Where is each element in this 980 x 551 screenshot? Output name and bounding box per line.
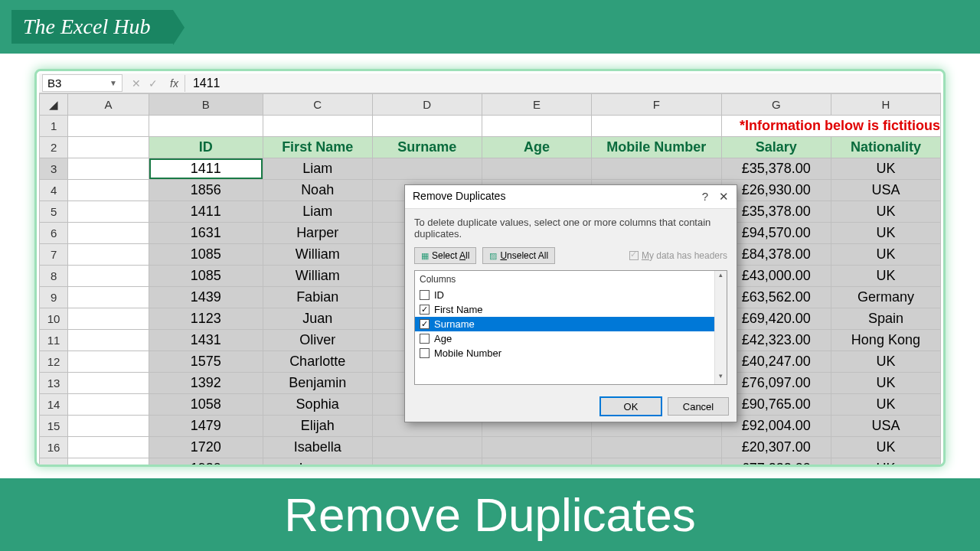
row-header[interactable]: 3 (40, 158, 68, 180)
cell[interactable]: £77,232.00 (721, 458, 831, 468)
row-header[interactable]: 12 (40, 351, 68, 373)
row-2[interactable]: 2 ID First Name Surname Age Mobile Numbe… (40, 137, 941, 158)
cell[interactable]: Juan (263, 308, 372, 330)
cell[interactable]: £92,004.00 (721, 416, 831, 437)
cell[interactable]: Liam (263, 201, 372, 223)
cell[interactable]: USA (831, 180, 940, 201)
cell[interactable]: £43,000.00 (721, 266, 831, 287)
row-header[interactable]: 4 (40, 180, 68, 201)
cell[interactable]: UK (831, 244, 940, 266)
table-header[interactable]: Surname (372, 137, 482, 158)
chevron-down-icon[interactable]: ▼ (109, 79, 117, 87)
row-header[interactable]: 11 (40, 330, 68, 351)
col-header-c[interactable]: C (263, 94, 372, 116)
select-all-button[interactable]: ▦ Select All (414, 247, 476, 264)
cell[interactable]: UK (831, 458, 940, 468)
formula-bar[interactable]: 1411 (185, 75, 941, 92)
column-checkbox-item[interactable]: Surname (415, 317, 727, 331)
cell[interactable]: William (263, 244, 372, 266)
cell[interactable]: UK (831, 223, 940, 244)
cell[interactable]: £76,097.00 (721, 373, 831, 394)
col-header-e[interactable]: E (482, 94, 591, 116)
row-header[interactable]: 6 (40, 223, 68, 244)
cell[interactable] (482, 437, 591, 458)
col-header-b[interactable]: B (149, 94, 263, 116)
cell[interactable]: £90,765.00 (721, 394, 831, 416)
cell[interactable]: 1439 (149, 287, 263, 308)
scroll-down-icon[interactable]: ▾ (715, 372, 727, 384)
unselect-all-button[interactable]: ▨ Unselect All (482, 247, 555, 264)
row-header[interactable]: 7 (40, 244, 68, 266)
cell[interactable]: Elijah (263, 416, 372, 437)
table-row[interactable]: 31411Liam£35,378.00UK (40, 158, 941, 180)
cell[interactable]: £84,378.00 (721, 244, 831, 266)
select-all-corner[interactable]: ◢ (40, 94, 68, 116)
cell[interactable]: UK (831, 373, 940, 394)
cell[interactable]: UK (831, 201, 940, 223)
table-header[interactable]: Age (482, 137, 591, 158)
columns-listbox[interactable]: Columns IDFirst NameSurnameAgeMobile Num… (414, 270, 727, 385)
cell[interactable] (372, 437, 482, 458)
cell[interactable]: £63,562.00 (721, 287, 831, 308)
cell[interactable]: UK (831, 437, 940, 458)
name-box[interactable]: B3 ▼ (42, 74, 122, 92)
cell[interactable]: Isabella (263, 437, 372, 458)
cell[interactable]: Fabian (263, 287, 372, 308)
cell[interactable]: Hong Kong (831, 330, 940, 351)
table-header[interactable]: ID (149, 137, 263, 158)
cell[interactable] (482, 158, 591, 180)
cell[interactable]: 1431 (149, 330, 263, 351)
cell[interactable]: Sophia (263, 394, 372, 416)
column-checkbox-item[interactable]: ID (415, 288, 727, 302)
column-checkbox-item[interactable]: Age (415, 331, 727, 346)
dialog-titlebar[interactable]: Remove Duplicates ? ✕ (405, 185, 737, 209)
cell[interactable]: Charlotte (263, 351, 372, 373)
fx-icon[interactable]: fx (164, 77, 185, 90)
cell[interactable]: 1930 (149, 458, 263, 468)
cell[interactable]: Germany (831, 287, 940, 308)
accept-formula-icon[interactable]: ✓ (149, 77, 158, 90)
cell[interactable]: UK (831, 158, 940, 180)
row-header[interactable]: 1 (40, 116, 68, 137)
cell[interactable]: 1575 (149, 351, 263, 373)
cell[interactable]: 1631 (149, 223, 263, 244)
row-header[interactable]: 9 (40, 287, 68, 308)
row-header[interactable]: 16 (40, 437, 68, 458)
cell[interactable]: 1856 (149, 180, 263, 201)
help-icon[interactable]: ? (702, 190, 708, 204)
cancel-button[interactable]: Cancel (668, 397, 729, 416)
row-header[interactable]: 17 (40, 458, 68, 468)
cell[interactable]: 1085 (149, 244, 263, 266)
cell[interactable]: £94,570.00 (721, 223, 831, 244)
cell[interactable] (372, 458, 482, 468)
table-header[interactable]: Mobile Number (592, 137, 722, 158)
col-header-a[interactable]: A (68, 94, 149, 116)
cell[interactable]: Spain (831, 308, 940, 330)
row-header[interactable]: 14 (40, 394, 68, 416)
ok-button[interactable]: OK (600, 397, 662, 416)
scrollbar[interactable]: ▴ ▾ (714, 271, 727, 384)
col-header-g[interactable]: G (721, 94, 831, 116)
table-header[interactable]: First Name (263, 137, 372, 158)
cell[interactable] (592, 437, 722, 458)
cell[interactable]: Benjamin (263, 373, 372, 394)
column-checkbox-item[interactable]: First Name (415, 302, 727, 317)
cell[interactable] (592, 158, 722, 180)
row-header[interactable]: 8 (40, 266, 68, 287)
cell[interactable]: 1479 (149, 416, 263, 437)
row-header[interactable]: 10 (40, 308, 68, 330)
close-icon[interactable]: ✕ (719, 190, 729, 204)
scroll-up-icon[interactable]: ▴ (715, 271, 727, 283)
my-data-has-headers-checkbox[interactable]: My data has headers (629, 250, 727, 261)
cell[interactable]: UK (831, 351, 940, 373)
cell[interactable]: 1411 (149, 158, 263, 180)
cell[interactable]: £20,307.00 (721, 437, 831, 458)
cell[interactable]: 1085 (149, 266, 263, 287)
cell[interactable]: 1123 (149, 308, 263, 330)
cell[interactable]: 1058 (149, 394, 263, 416)
col-header-f[interactable]: F (592, 94, 722, 116)
cell[interactable]: £35,378.00 (721, 201, 831, 223)
table-row[interactable]: 161720Isabella£20,307.00UK (40, 437, 941, 458)
cell[interactable]: £42,323.00 (721, 330, 831, 351)
col-header-d[interactable]: D (372, 94, 482, 116)
